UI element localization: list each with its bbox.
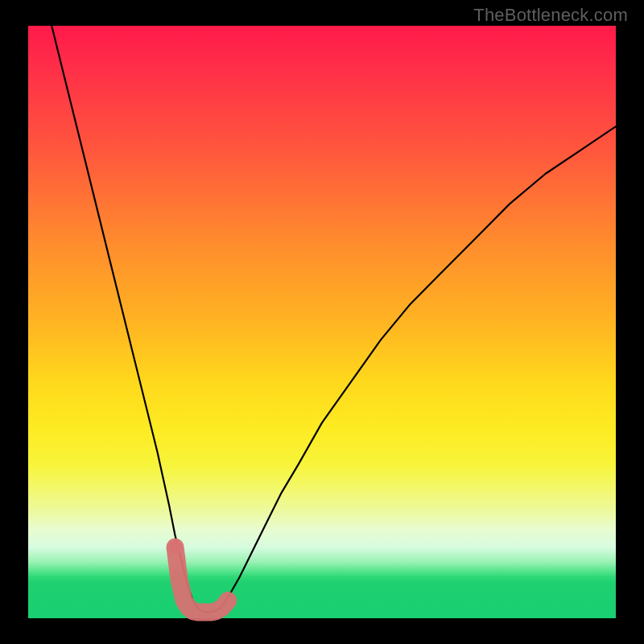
watermark-text: TheBottleneck.com — [473, 5, 628, 26]
highlight-dot — [169, 541, 182, 554]
highlight-band — [175, 547, 229, 613]
bottleneck-curve — [52, 26, 616, 613]
plot-svg — [28, 26, 616, 618]
chart-frame: TheBottleneck.com — [0, 0, 644, 644]
plot-area — [28, 26, 616, 618]
